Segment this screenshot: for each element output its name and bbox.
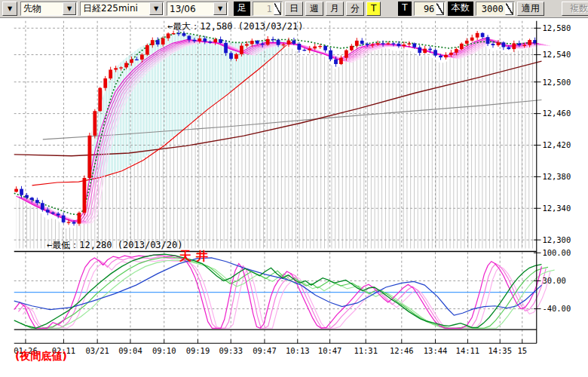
tick-count-field[interactable] bbox=[414, 2, 446, 16]
tick-count-input[interactable] bbox=[415, 3, 436, 14]
time-label: 03/21 bbox=[85, 346, 109, 355]
time-label: 09:10 bbox=[152, 346, 176, 355]
toolbar: ▼ 先物 ▼ 日経225mini ▼ 13/06 ▼ 足 日 週 月 分 T T… bbox=[0, 0, 588, 18]
multi-symbol-button[interactable]: 複数銘柄 bbox=[562, 2, 588, 16]
time-label: 12:46 bbox=[390, 346, 414, 355]
time-label: 10:13 bbox=[286, 346, 310, 355]
chart-canvas[interactable]: 01:2602:1103/2109:0409:1009:1909:3309:47… bbox=[0, 18, 588, 377]
price-label: 12,420 bbox=[542, 140, 571, 149]
time-label: 15 bbox=[517, 346, 527, 355]
time-label: 13:44 bbox=[424, 346, 448, 355]
oscillator-label: -40.00 bbox=[542, 304, 571, 313]
time-label: 11:31 bbox=[354, 346, 378, 355]
contract-month-select[interactable]: 13/06 ▼ bbox=[167, 2, 228, 16]
time-label: 14:35 bbox=[488, 346, 512, 355]
tick-mode-button[interactable]: T bbox=[366, 2, 381, 16]
chevron-down-icon[interactable]: ▼ bbox=[149, 2, 163, 15]
time-label: 02:11 bbox=[52, 346, 76, 355]
time-label: 09:19 bbox=[186, 346, 210, 355]
period-day-button[interactable]: 日 bbox=[285, 2, 303, 16]
price-label: 12,340 bbox=[542, 204, 571, 213]
price-label: 12,300 bbox=[542, 235, 571, 244]
oscillator-panel bbox=[14, 254, 555, 328]
spinner-icon[interactable] bbox=[274, 2, 281, 15]
bar-interval-input[interactable] bbox=[253, 3, 273, 14]
price-label: 12,460 bbox=[542, 109, 571, 118]
bar-interval-field[interactable] bbox=[253, 2, 283, 16]
period-minute-button[interactable]: 分 bbox=[346, 2, 364, 16]
window-dropdown-button[interactable]: ▼ bbox=[2, 2, 17, 16]
symbol-select[interactable]: 日経225mini ▼ bbox=[80, 2, 164, 16]
time-label: 10:47 bbox=[318, 346, 342, 355]
time-label: 09:33 bbox=[219, 346, 243, 355]
apply-button[interactable]: 適用 bbox=[517, 2, 544, 16]
contract-month-value: 13/06 bbox=[167, 4, 213, 14]
time-label: 09:04 bbox=[118, 346, 142, 355]
time-label: 09:47 bbox=[253, 346, 277, 355]
market-select-value: 先物 bbox=[21, 2, 62, 15]
tick-count-label: T bbox=[398, 2, 411, 16]
price-label: 12,580 bbox=[542, 23, 571, 32]
symbol-select-value: 日経225mini bbox=[81, 2, 149, 15]
price-label: 12,540 bbox=[542, 50, 571, 59]
bar-type-label: 足 bbox=[234, 2, 250, 16]
time-label: 14:11 bbox=[456, 346, 480, 355]
time-label: 01:26 bbox=[14, 346, 38, 355]
period-week-button[interactable]: 週 bbox=[305, 2, 323, 16]
price-label: 12,500 bbox=[542, 78, 571, 87]
spinner-icon[interactable] bbox=[505, 2, 513, 15]
chevron-down-icon[interactable]: ▼ bbox=[213, 2, 227, 15]
bar-count-input[interactable] bbox=[476, 3, 504, 14]
chevron-down-icon[interactable]: ▼ bbox=[63, 2, 76, 15]
period-month-button[interactable]: 月 bbox=[326, 2, 344, 16]
price-label: 12,380 bbox=[542, 172, 571, 181]
oscillator-label: 30.00 bbox=[542, 276, 566, 285]
oscillator-label: 100.00 bbox=[542, 248, 571, 257]
bar-count-field[interactable] bbox=[476, 2, 515, 16]
market-select[interactable]: 先物 ▼ bbox=[20, 2, 78, 16]
bar-count-label: 本数 bbox=[448, 2, 473, 16]
spinner-icon[interactable] bbox=[436, 2, 443, 15]
